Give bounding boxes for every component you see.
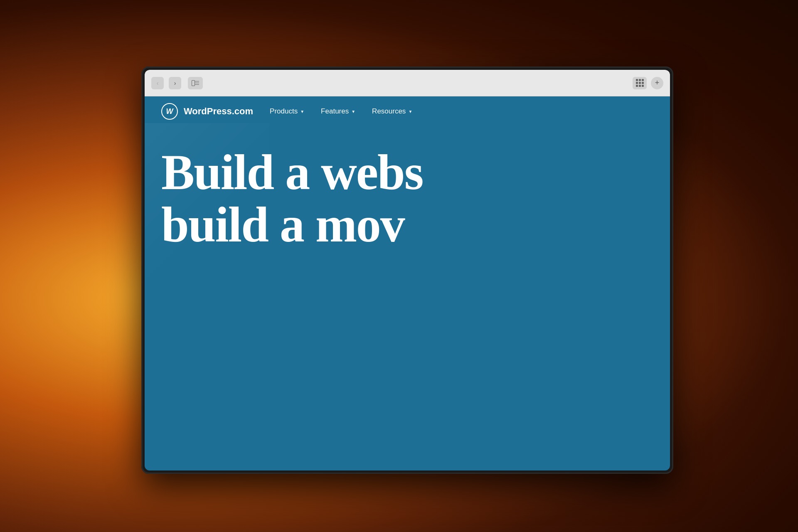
- features-label: Features: [321, 107, 349, 116]
- new-tab-button[interactable]: +: [651, 77, 663, 89]
- sidebar-toggle-icon: [192, 80, 199, 86]
- wp-logo-w-icon: W: [166, 107, 173, 116]
- nav-item-resources[interactable]: Resources ▼: [372, 107, 412, 116]
- sidebar-toggle-button[interactable]: [188, 77, 203, 89]
- grid-icon: [636, 79, 644, 87]
- browser-toolbar-right: +: [633, 77, 663, 89]
- resources-dropdown-arrow: ▼: [408, 109, 412, 114]
- back-icon: ‹: [157, 80, 159, 86]
- extensions-button[interactable]: [633, 77, 647, 89]
- products-dropdown-arrow: ▼: [300, 109, 304, 114]
- browser-chrome: ‹ › +: [145, 70, 670, 96]
- hero-line-1: Build a webs: [161, 146, 670, 199]
- wordpress-brand-name: WordPress.com: [184, 106, 253, 117]
- back-button[interactable]: ‹: [151, 77, 164, 89]
- wp-logo-circle: W: [161, 103, 178, 120]
- nav-item-products[interactable]: Products ▼: [270, 107, 304, 116]
- website-content: W WordPress.com Products ▼ Features ▼ Re…: [145, 96, 670, 470]
- plus-icon: +: [655, 79, 660, 87]
- resources-label: Resources: [372, 107, 406, 116]
- wordpress-navbar: W WordPress.com Products ▼ Features ▼ Re…: [145, 96, 670, 126]
- features-dropdown-arrow: ▼: [351, 109, 355, 114]
- products-label: Products: [270, 107, 298, 116]
- hero-line-2: build a mov: [161, 199, 670, 251]
- hero-section: Build a webs build a mov: [161, 146, 670, 251]
- forward-button[interactable]: ›: [169, 77, 181, 89]
- nav-item-features[interactable]: Features ▼: [321, 107, 355, 116]
- laptop-frame: ‹ › +: [141, 66, 673, 474]
- hero-headline: Build a webs build a mov: [161, 146, 670, 251]
- forward-icon: ›: [174, 80, 176, 86]
- wordpress-logo[interactable]: W WordPress.com: [161, 103, 253, 120]
- laptop-bezel: ‹ › +: [145, 70, 670, 470]
